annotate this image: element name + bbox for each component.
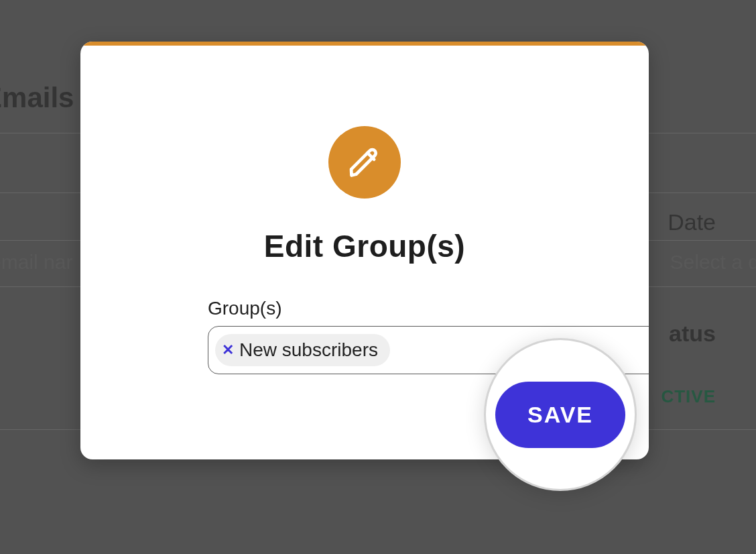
pencil-icon <box>328 126 401 199</box>
group-chip-label: New subscribers <box>239 339 378 361</box>
groups-field-label: Group(s) <box>208 298 281 319</box>
group-chip: New subscribers <box>215 334 390 366</box>
modal-title: Edit Group(s) <box>80 228 649 264</box>
save-button[interactable]: SAVE <box>495 382 625 448</box>
remove-chip-icon[interactable] <box>222 343 234 357</box>
save-highlight-ring: SAVE <box>484 338 637 491</box>
